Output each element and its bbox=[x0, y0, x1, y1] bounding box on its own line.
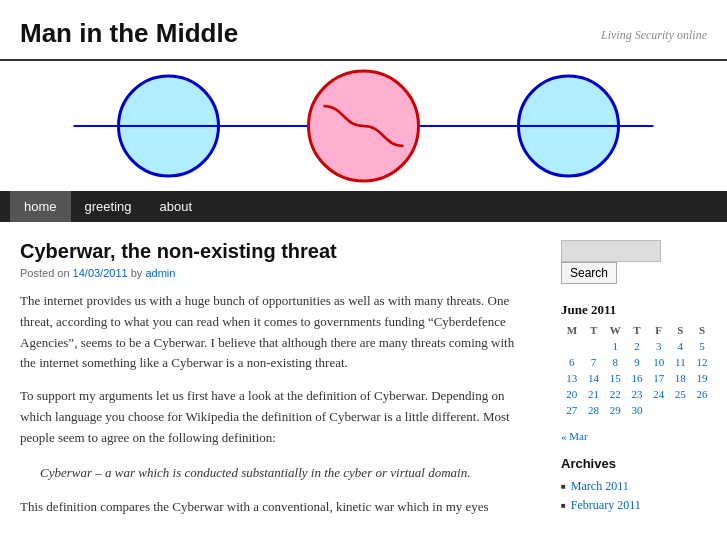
blog-post: Cyberwar, the non-existing threat Posted… bbox=[20, 240, 527, 518]
cal-cell[interactable]: 20 bbox=[561, 386, 583, 402]
post-author-link[interactable]: admin bbox=[145, 267, 175, 279]
cal-day-link[interactable]: 12 bbox=[697, 356, 708, 368]
cal-cell[interactable]: 5 bbox=[691, 338, 713, 354]
cal-day-link[interactable]: 8 bbox=[613, 356, 619, 368]
cal-cell[interactable]: 26 bbox=[691, 386, 713, 402]
cal-day-link[interactable]: 13 bbox=[566, 372, 577, 384]
cal-cell[interactable]: 10 bbox=[648, 354, 670, 370]
cal-day-link[interactable]: 19 bbox=[697, 372, 708, 384]
calendar-row: 27282930 bbox=[561, 402, 713, 418]
cal-day-link[interactable]: 18 bbox=[675, 372, 686, 384]
sidebar-archives: Archives March 2011February 2011 bbox=[561, 456, 713, 513]
cal-day-link[interactable]: 27 bbox=[566, 404, 577, 416]
site-tagline: Living Security online bbox=[601, 28, 707, 43]
cal-day-link[interactable]: 20 bbox=[566, 388, 577, 400]
post-date-link[interactable]: 14/03/2011 bbox=[73, 267, 128, 279]
archive-link[interactable]: March 2011 bbox=[571, 479, 629, 494]
cal-cell[interactable]: 28 bbox=[583, 402, 605, 418]
cal-day-link[interactable]: 17 bbox=[653, 372, 664, 384]
archive-link[interactable]: February 2011 bbox=[571, 498, 641, 513]
cal-cell[interactable]: 13 bbox=[561, 370, 583, 386]
cal-day-link[interactable]: 10 bbox=[653, 356, 664, 368]
cal-cell[interactable]: 24 bbox=[648, 386, 670, 402]
nav-link-home[interactable]: home bbox=[10, 191, 71, 222]
cal-day-link[interactable]: 25 bbox=[675, 388, 686, 400]
cal-cell bbox=[561, 338, 583, 354]
search-button[interactable]: Search bbox=[561, 262, 617, 284]
site-title: Man in the Middle bbox=[20, 18, 238, 49]
cal-day-link[interactable]: 5 bbox=[699, 340, 705, 352]
cal-day-link[interactable]: 29 bbox=[610, 404, 621, 416]
cal-cell[interactable]: 1 bbox=[604, 338, 626, 354]
cal-cell[interactable]: 7 bbox=[583, 354, 605, 370]
cal-cell[interactable]: 30 bbox=[626, 402, 648, 418]
nav-item-greeting[interactable]: greeting bbox=[71, 191, 146, 222]
cal-cell[interactable]: 19 bbox=[691, 370, 713, 386]
sidebar-calendar: June 2011 M T W T F S S 123456789 bbox=[561, 302, 713, 442]
cal-cell[interactable]: 18 bbox=[670, 370, 692, 386]
calendar-row: 6789101112 bbox=[561, 354, 713, 370]
cal-cell[interactable]: 29 bbox=[604, 402, 626, 418]
site-banner bbox=[0, 61, 727, 191]
by-label: by bbox=[128, 267, 146, 279]
content-wrapper: Cyberwar, the non-existing threat Posted… bbox=[0, 222, 727, 545]
cal-cell[interactable]: 22 bbox=[604, 386, 626, 402]
cal-day-link[interactable]: 24 bbox=[653, 388, 664, 400]
cal-day-link[interactable]: 16 bbox=[631, 372, 642, 384]
cal-cell bbox=[648, 402, 670, 418]
cal-cell[interactable]: 15 bbox=[604, 370, 626, 386]
cal-day-link[interactable]: 3 bbox=[656, 340, 662, 352]
cal-day-link[interactable]: 1 bbox=[613, 340, 619, 352]
cal-day-link[interactable]: 30 bbox=[631, 404, 642, 416]
cal-cell[interactable]: 11 bbox=[670, 354, 692, 370]
cal-day-link[interactable]: 28 bbox=[588, 404, 599, 416]
cal-day-link[interactable]: 23 bbox=[631, 388, 642, 400]
archive-item: February 2011 bbox=[561, 498, 713, 513]
banner-svg bbox=[0, 66, 727, 186]
cal-cell[interactable]: 3 bbox=[648, 338, 670, 354]
nav-link-about[interactable]: about bbox=[146, 191, 207, 222]
cal-cell[interactable]: 9 bbox=[626, 354, 648, 370]
cal-header-w: W bbox=[604, 322, 626, 338]
cal-cell[interactable]: 12 bbox=[691, 354, 713, 370]
cal-cell[interactable]: 27 bbox=[561, 402, 583, 418]
cal-day-link[interactable]: 15 bbox=[610, 372, 621, 384]
archives-title: Archives bbox=[561, 456, 713, 471]
cal-header-t2: T bbox=[626, 322, 648, 338]
cal-cell[interactable]: 21 bbox=[583, 386, 605, 402]
cal-day-link[interactable]: 9 bbox=[634, 356, 640, 368]
site-header: Man in the Middle Living Security online bbox=[0, 0, 727, 61]
cal-day-link[interactable]: 7 bbox=[591, 356, 597, 368]
cal-header-s: S bbox=[670, 322, 692, 338]
cal-day-link[interactable]: 11 bbox=[675, 356, 686, 368]
calendar-body: 1234567891011121314151617181920212223242… bbox=[561, 338, 713, 418]
cal-cell[interactable]: 4 bbox=[670, 338, 692, 354]
calendar-row: 20212223242526 bbox=[561, 386, 713, 402]
cal-cell[interactable]: 6 bbox=[561, 354, 583, 370]
cal-day-link[interactable]: 14 bbox=[588, 372, 599, 384]
cal-cell[interactable]: 2 bbox=[626, 338, 648, 354]
calendar-row: 12345 bbox=[561, 338, 713, 354]
cal-day-link[interactable]: 21 bbox=[588, 388, 599, 400]
cal-day-link[interactable]: 2 bbox=[634, 340, 640, 352]
nav-item-home[interactable]: home bbox=[10, 191, 71, 222]
nav-link-greeting[interactable]: greeting bbox=[71, 191, 146, 222]
nav-item-about[interactable]: about bbox=[146, 191, 207, 222]
calendar-title: June 2011 bbox=[561, 302, 713, 318]
calendar-nav: « Mar bbox=[561, 430, 713, 442]
archive-item: March 2011 bbox=[561, 479, 713, 494]
cal-cell[interactable]: 23 bbox=[626, 386, 648, 402]
cal-day-link[interactable]: 26 bbox=[697, 388, 708, 400]
cal-cell[interactable]: 16 bbox=[626, 370, 648, 386]
cal-header-s2: S bbox=[691, 322, 713, 338]
cal-day-link[interactable]: 22 bbox=[610, 388, 621, 400]
calendar-row: 13141516171819 bbox=[561, 370, 713, 386]
cal-cell[interactable]: 14 bbox=[583, 370, 605, 386]
cal-cell[interactable]: 17 bbox=[648, 370, 670, 386]
cal-day-link[interactable]: 6 bbox=[569, 356, 575, 368]
cal-day-link[interactable]: 4 bbox=[678, 340, 684, 352]
cal-cell[interactable]: 8 bbox=[604, 354, 626, 370]
search-input[interactable] bbox=[561, 240, 661, 262]
cal-prev-link[interactable]: « Mar bbox=[561, 430, 588, 442]
cal-cell[interactable]: 25 bbox=[670, 386, 692, 402]
